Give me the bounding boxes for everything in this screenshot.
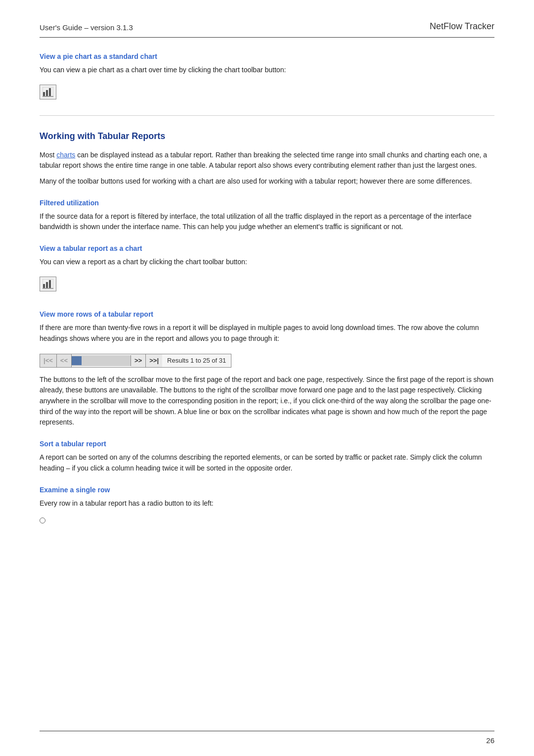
page-number: 26: [486, 735, 494, 747]
chart-icon-svg-2: [43, 279, 53, 289]
body-sort-tabular: A report can be sorted on any of the col…: [40, 452, 494, 473]
radio-button-example: [40, 518, 45, 523]
chart-icon-svg-1: [43, 87, 53, 97]
pagination-prev-btn[interactable]: <<: [57, 354, 72, 367]
subsection-view-more-rows: View more rows of a tabular report If th…: [40, 309, 494, 428]
body-view-more-rows: If there are more than twenty-five rows …: [40, 323, 494, 344]
section-view-pie-chart: View a pie chart as a standard chart You…: [40, 51, 494, 106]
heading-examine-single-row: Examine a single row: [40, 485, 494, 495]
body-view-more-rows-2: The buttons to the left of the scrollbar…: [40, 375, 494, 428]
divider-1: [40, 115, 494, 116]
body-view-tabular-as-chart: You can view a report as a chart by clic…: [40, 257, 494, 268]
pagination-results-text: Results 1 to 25 of 31: [162, 354, 231, 367]
intro-para-2: Many of the toolbar buttons used for wor…: [40, 176, 494, 187]
heading-filtered-utilization: Filtered utilization: [40, 198, 494, 208]
section-body-pie-chart: You can view a pie chart as a chart over…: [40, 65, 494, 76]
page-header: User's Guide – version 3.1.3 NetFlow Tra…: [40, 20, 494, 38]
charts-link[interactable]: charts: [56, 151, 75, 159]
heading-sort-tabular: Sort a tabular report: [40, 439, 494, 449]
heading-view-tabular-as-chart: View a tabular report as a chart: [40, 243, 494, 254]
subsection-sort-tabular: Sort a tabular report A report can be so…: [40, 439, 494, 473]
pagination-first-btn[interactable]: |<<: [40, 354, 57, 367]
svg-rect-7: [49, 280, 51, 288]
page-footer: 26: [40, 731, 494, 747]
header-app-title: NetFlow Tracker: [430, 20, 494, 33]
chart-toolbar-icon-1: [40, 85, 56, 99]
subsection-examine-single-row: Examine a single row Every row in a tabu…: [40, 485, 494, 530]
heading-view-more-rows: View more rows of a tabular report: [40, 309, 494, 320]
svg-rect-0: [43, 92, 45, 96]
body-examine-single-row: Every row in a tabular report has a radi…: [40, 498, 494, 509]
header-guide-title: User's Guide – version 3.1.3: [40, 22, 133, 34]
pagination-next-btn[interactable]: >>: [131, 354, 146, 367]
subsection-view-tabular-as-chart: View a tabular report as a chart You can…: [40, 243, 494, 298]
main-section-tabular: Working with Tabular Reports Most charts…: [40, 130, 494, 530]
intro-para-1: Most charts can be displayed instead as …: [40, 150, 494, 171]
body-filtered-utilization: If the source data for a report is filte…: [40, 211, 494, 233]
subsection-filtered-utilization: Filtered utilization If the source data …: [40, 198, 494, 233]
svg-rect-6: [46, 282, 48, 288]
pagination-scrollbar[interactable]: [72, 355, 131, 366]
pagination-last-btn[interactable]: >>|: [146, 354, 162, 367]
main-section-heading: Working with Tabular Reports: [40, 130, 494, 143]
pagination-bar: |<< << >> >>| Results 1 to 25 of 31: [40, 354, 231, 368]
svg-rect-5: [43, 284, 45, 288]
svg-rect-1: [46, 90, 48, 96]
page-container: User's Guide – version 3.1.3 NetFlow Tra…: [0, 0, 534, 756]
section-heading-pie-chart: View a pie chart as a standard chart: [40, 51, 494, 62]
pagination-scrollbar-indicator: [72, 356, 82, 365]
svg-rect-2: [49, 88, 51, 96]
chart-toolbar-icon-2: [40, 277, 56, 291]
